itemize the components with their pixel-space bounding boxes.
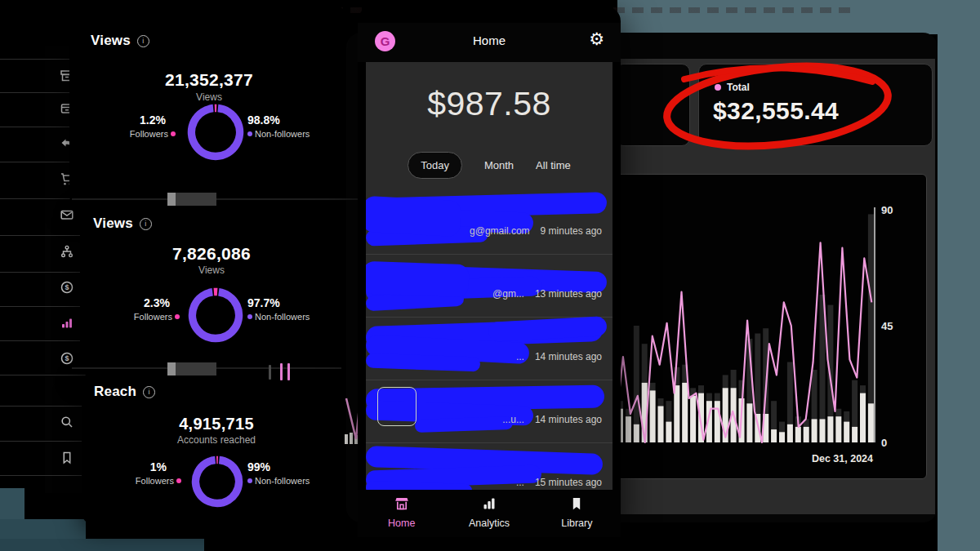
backdrop-right-strip <box>938 0 980 551</box>
tab-all-time[interactable]: All time <box>536 159 571 171</box>
followers-stat: 2.3% Followers <box>134 296 180 322</box>
sidebar-item-org[interactable] <box>59 243 75 260</box>
svg-text:$: $ <box>65 283 69 291</box>
transaction-row[interactable]: @gm...13 minutes ago <box>366 255 612 318</box>
followers-donut-chart <box>187 104 244 161</box>
insights-panel-reach: Reachi 4,915,715 Accounts reached 1% Fol… <box>82 372 351 524</box>
analytics-icon <box>481 495 497 512</box>
sidebar-item-dollar[interactable]: $ <box>59 279 75 295</box>
library-icon <box>568 495 585 512</box>
non-followers-stat: 99% Non-followers <box>247 460 310 486</box>
sidebar-item-bookmark[interactable] <box>59 450 75 466</box>
time-range-tabs: TodayMonthAll time <box>366 152 612 179</box>
followers-donut-chart <box>191 455 243 508</box>
transaction-meta: ...u...14 minutes ago <box>502 411 602 426</box>
bottom-nav: HomeAnalyticsLibrary <box>358 490 621 537</box>
sidebar-divider <box>0 272 90 273</box>
sidebar-divider <box>0 375 90 375</box>
transaction-meta: @gm...13 minutes ago <box>492 286 602 300</box>
page-title: Home <box>358 33 621 47</box>
tab-today[interactable]: Today <box>408 152 462 179</box>
bookmark-icon <box>59 450 75 466</box>
insights-panel-views-1: Viewsi 21,352,377 Views 1.2% Followers 9… <box>69 7 349 208</box>
sidebar-item-search[interactable] <box>59 414 75 430</box>
phone-header: G Home ⚙ <box>358 23 621 62</box>
reach-count: 4,915,715 <box>82 415 351 433</box>
dollar-icon: $ <box>59 279 75 295</box>
insights-panel-views-2: Viewsi 7,826,086 Views 2.3% Followers 97… <box>80 207 343 374</box>
chart-fragment-tick <box>269 365 271 380</box>
dollar-icon: $ <box>59 350 75 367</box>
sidebar-item-dollar[interactable]: $ <box>59 350 75 367</box>
nav-item-home[interactable]: Home <box>369 495 434 529</box>
timestamp: 13 minutes ago <box>535 288 602 300</box>
sidebar-item-mail[interactable] <box>59 207 75 223</box>
total-value: $32,555.44 <box>713 97 839 125</box>
info-icon[interactable]: i <box>143 386 155 398</box>
svg-text:45: 45 <box>881 320 893 332</box>
svg-text:$: $ <box>65 354 69 362</box>
non-followers-stat: 97.7% Non-followers <box>247 296 310 322</box>
redaction-scribble <box>415 416 513 433</box>
transaction-meta: ...15 minutes ago <box>516 474 602 489</box>
email-fragment: @gm... <box>492 288 524 300</box>
followers-donut-chart <box>188 287 243 343</box>
views-count-label: Views <box>69 91 349 103</box>
info-icon[interactable]: i <box>137 35 149 47</box>
timestamp: 15 minutes ago <box>535 477 602 488</box>
transaction-meta: g@gmail.com9 minutes ago <box>470 223 602 238</box>
search-icon <box>59 414 75 430</box>
panel-title: Viewsi <box>91 33 149 49</box>
transaction-row[interactable]: g@gmail.com9 minutes ago <box>366 192 612 255</box>
nav-item-analytics[interactable]: Analytics <box>457 495 522 529</box>
redaction-scribble <box>366 353 480 372</box>
transaction-row[interactable]: ...u...14 minutes ago <box>366 380 612 443</box>
redaction-scribble <box>366 261 470 298</box>
timestamp: 14 minutes ago <box>535 414 602 425</box>
info-icon[interactable]: i <box>140 218 152 230</box>
views-count: 21,352,377 <box>69 70 349 90</box>
redaction-scribble <box>366 196 461 237</box>
email-fragment: ... <box>516 477 524 488</box>
scrollbar-thumb-dark[interactable] <box>176 362 216 375</box>
scrollbar-thumb-dark[interactable] <box>176 193 216 206</box>
followers-stat: 1.2% Followers <box>130 113 176 139</box>
purple-dot <box>247 131 252 136</box>
views-count-label: Views <box>80 264 343 276</box>
chart-fragment-tick-pink <box>287 363 290 380</box>
svg-text:0: 0 <box>881 437 887 449</box>
email-fragment: g@gmail.com <box>470 225 530 237</box>
svg-text:90: 90 <box>881 204 893 216</box>
tab-month[interactable]: Month <box>484 159 514 171</box>
backdrop-bottom-left-3 <box>0 539 204 551</box>
email-fragment: ... <box>516 351 524 362</box>
sidebar-divider <box>0 441 90 442</box>
collage-canvas: $$ Viewsi 21,352,377 Views 1.2% Follower… <box>0 0 980 551</box>
transaction-row[interactable]: ...14 minutes ago <box>366 318 612 380</box>
panel-title: Reachi <box>94 384 155 400</box>
non-followers-stat: 98.8% Non-followers <box>247 113 310 139</box>
transaction-row[interactable]: ...15 minutes ago <box>366 443 612 490</box>
nav-item-library[interactable]: Library <box>544 495 609 529</box>
scrollbar-thumb[interactable] <box>167 193 176 206</box>
pink-dot <box>171 131 176 136</box>
sidebar-divider <box>0 475 90 476</box>
total-earnings-card: Total $32,555.44 <box>698 64 933 146</box>
balance-amount: $987.58 <box>366 85 612 123</box>
svg-text:Dec 31, 2024: Dec 31, 2024 <box>812 453 873 464</box>
total-dot <box>715 84 721 91</box>
sidebar-item-bar-chart[interactable] <box>59 314 75 331</box>
phone-body: $987.58 TodayMonthAll time g@gmail.com9 … <box>366 62 612 490</box>
total-label: Total <box>727 82 750 93</box>
panel-title: Viewsi <box>93 216 152 232</box>
thumbnail-box <box>377 387 416 426</box>
transaction-meta: ...14 minutes ago <box>516 349 602 363</box>
settings-gear-icon[interactable]: ⚙ <box>589 29 604 49</box>
sidebar-divider <box>0 340 90 341</box>
nav-label: Home <box>369 518 434 529</box>
sidebar-divider <box>0 406 90 407</box>
phone-screenshot: G Home ⚙ $987.58 TodayMonthAll time g@gm… <box>358 7 621 537</box>
scrollbar-thumb[interactable] <box>167 362 176 375</box>
reach-count-label: Accounts reached <box>82 434 351 446</box>
backdrop-top-strip <box>617 0 980 34</box>
